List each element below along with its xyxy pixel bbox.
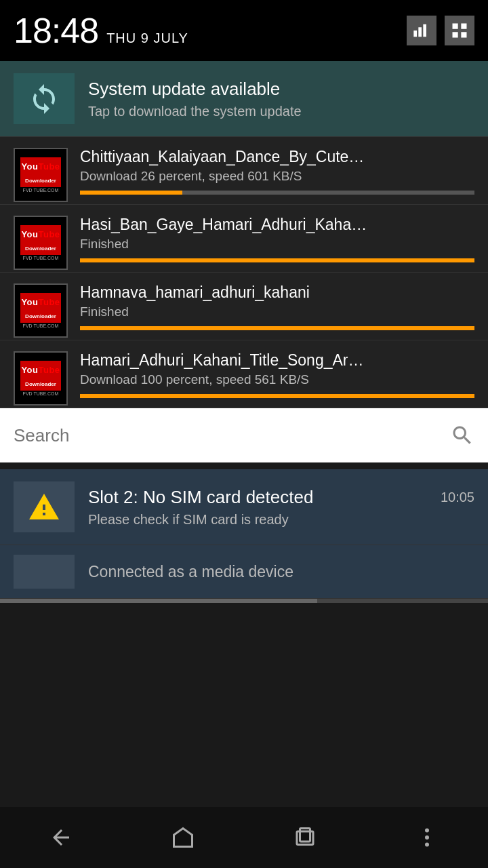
- system-update-notification[interactable]: System update available Tap to download …: [0, 61, 488, 137]
- download-3-title: Hamnava_hamari_adhuri_kahani: [80, 283, 432, 302]
- sim-title: Slot 2: No SIM card detected: [88, 487, 313, 508]
- refresh-icon: [28, 83, 60, 115]
- connected-icon-box: [14, 555, 75, 589]
- more-icon: [415, 825, 439, 850]
- system-update-title: System update available: [88, 79, 474, 100]
- back-button[interactable]: [20, 807, 102, 868]
- system-update-icon-box: [14, 73, 75, 124]
- status-icons: [407, 16, 474, 45]
- connected-notification[interactable]: Connected as a media device: [0, 545, 488, 599]
- search-input[interactable]: [14, 425, 450, 446]
- notification-panel: System update available Tap to download …: [0, 61, 488, 603]
- svg-point-4: [425, 843, 429, 847]
- home-icon: [171, 825, 195, 850]
- status-left: 18:48 THU 9 JULY: [14, 10, 188, 51]
- bottom-progress-bar: [0, 599, 488, 603]
- download-2-progress-container: [80, 258, 474, 272]
- youtube-icon-4: YouTube Downloader FVD TUBE.COM: [14, 351, 68, 406]
- grid-icon: [445, 16, 474, 45]
- search-icon: [450, 423, 474, 448]
- download-2-title: Hasi_Ban_Gaye_Hamari_Adhuri_Kaha…: [80, 216, 432, 234]
- sim-icon-box: [14, 481, 75, 532]
- more-button[interactable]: [386, 807, 468, 868]
- download-1-progress-container: [80, 191, 474, 204]
- svg-point-3: [425, 835, 429, 840]
- svg-rect-1: [300, 829, 310, 842]
- sim-text: Slot 2: No SIM card detected 10:05 Pleas…: [88, 487, 474, 528]
- sim-notification[interactable]: Slot 2: No SIM card detected 10:05 Pleas…: [0, 469, 488, 545]
- download-1-title: Chittiyaan_Kalaiyaan_Dance_By_Cute…: [80, 148, 432, 166]
- download-1-text: Chittiyaan_Kalaiyaan_Dance_By_Cute… Down…: [80, 148, 474, 204]
- status-bar: 18:48 THU 9 JULY: [0, 0, 488, 61]
- download-3-status: Finished: [80, 304, 474, 319]
- youtube-icon-1: YouTube Downloader FVD TUBE.COM: [14, 148, 68, 202]
- back-icon: [49, 825, 73, 850]
- system-update-text: System update available Tap to download …: [88, 79, 474, 119]
- sim-title-row: Slot 2: No SIM card detected 10:05: [88, 487, 474, 508]
- download-notification-2[interactable]: YouTube Downloader FVD TUBE.COM Hasi_Ban…: [0, 205, 488, 273]
- search-bar[interactable]: [0, 408, 488, 462]
- sim-time: 10:05: [441, 490, 474, 505]
- download-notification-3[interactable]: YouTube Downloader FVD TUBE.COM Hamnava_…: [0, 273, 488, 340]
- nav-bar: [0, 807, 488, 868]
- download-4-status: Download 100 percent, speed 561 KB/S: [80, 372, 474, 387]
- recents-icon: [293, 825, 317, 850]
- search-icon-wrap: [450, 423, 474, 448]
- recents-button[interactable]: [264, 807, 346, 868]
- sim-subtitle: Please check if SIM card is ready: [88, 512, 474, 528]
- status-time: 18:48: [14, 10, 98, 51]
- connected-title: Connected as a media device: [88, 563, 293, 581]
- download-notification-4[interactable]: YouTube Downloader FVD TUBE.COM Hamari_A…: [0, 340, 488, 408]
- system-update-subtitle: Tap to download the system update: [88, 104, 474, 119]
- download-1-status: Download 26 percent, speed 601 KB/S: [80, 169, 474, 184]
- download-2-text: Hasi_Ban_Gaye_Hamari_Adhuri_Kaha… Finish…: [80, 216, 474, 272]
- download-notification-1[interactable]: YouTube Downloader FVD TUBE.COM Chittiya…: [0, 137, 488, 205]
- download-4-title: Hamari_Adhuri_Kahani_Title_Song_Ar…: [80, 351, 432, 370]
- youtube-icon-3: YouTube Downloader FVD TUBE.COM: [14, 283, 68, 338]
- home-button[interactable]: [142, 807, 224, 868]
- youtube-icon-2: YouTube Downloader FVD TUBE.COM: [14, 216, 68, 270]
- download-2-status: Finished: [80, 237, 474, 252]
- download-4-progress-container: [80, 394, 474, 408]
- download-4-text: Hamari_Adhuri_Kahani_Title_Song_Ar… Down…: [80, 351, 474, 408]
- bottom-progress-fill: [0, 599, 317, 603]
- download-3-text: Hamnava_hamari_adhuri_kahani Finished: [80, 283, 474, 340]
- status-date: THU 9 JULY: [106, 31, 188, 46]
- download-3-progress-container: [80, 326, 474, 340]
- signal-icon: [407, 16, 436, 45]
- warning-icon: [28, 491, 60, 524]
- svg-point-2: [425, 829, 429, 833]
